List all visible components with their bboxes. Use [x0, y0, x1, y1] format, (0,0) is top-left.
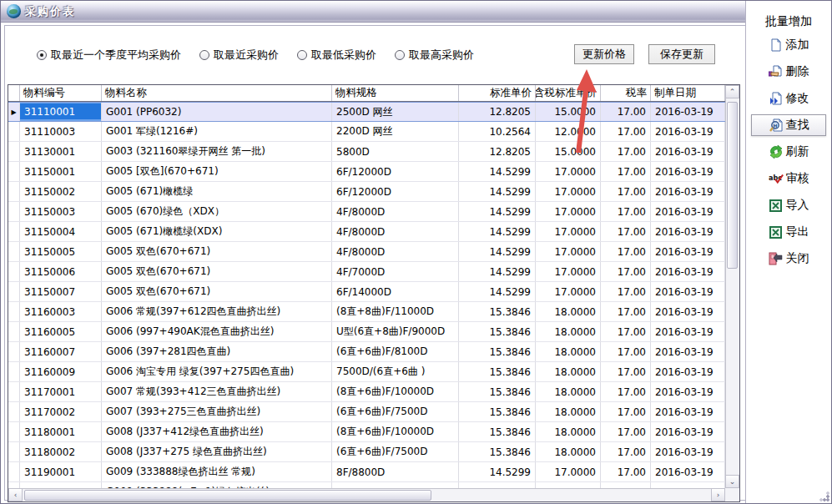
cell-tax-rate[interactable]: 17.00	[601, 482, 651, 488]
cell-taxed-price[interactable]: 15.0000	[536, 142, 601, 161]
cell-doc-date[interactable]: 2016-03-19	[651, 162, 725, 181]
cell-material-name[interactable]: G008 (J337+412绿色直曲挤出丝)	[102, 422, 332, 441]
cell-tax-rate[interactable]: 17.00	[601, 162, 651, 181]
table-row[interactable]: 31150007 G005 双色(670+671) 6F/14000D 14.5…	[8, 282, 725, 302]
cell-tax-rate[interactable]: 17.00	[601, 362, 651, 381]
cell-taxed-price[interactable]: 17.0000	[536, 182, 601, 201]
col-taxed-price[interactable]: 含税标准单价	[536, 85, 601, 101]
col-material-spec[interactable]: 物料规格	[332, 85, 459, 101]
cell-material-name[interactable]: G006 常规(397+612四色直曲挤出丝)	[102, 302, 332, 321]
cell-doc-date[interactable]: 2016-03-19	[651, 282, 725, 301]
cell-material-spec[interactable]: (6直+6曲)F/8100D	[332, 342, 459, 361]
cell-material-code[interactable]: 31150003	[20, 202, 102, 221]
cell-doc-date[interactable]: 2016-03-19	[651, 103, 725, 121]
radio-highest-price[interactable]: 取最高采购价	[395, 48, 474, 63]
table-row[interactable]: 31110003 G001 军绿(1216#) 2200D 网丝 10.2564…	[8, 122, 725, 142]
cell-tax-rate[interactable]: 17.00	[601, 322, 651, 341]
cell-material-code[interactable]: 31160005	[20, 322, 102, 341]
sidebar-item-close[interactable]: 关闭	[751, 248, 826, 270]
cell-standard-price[interactable]: 14.5299	[459, 262, 536, 281]
cell-material-name[interactable]: G001 军绿(1216#)	[102, 122, 332, 141]
radio-latest-price[interactable]: 取最近采购价	[199, 48, 279, 63]
cell-doc-date[interactable]: 2016-03-19	[651, 262, 725, 281]
cell-material-code[interactable]: 31160003	[20, 302, 102, 321]
col-standard-price[interactable]: 标准单价	[459, 85, 536, 101]
cell-tax-rate[interactable]: 17.00	[601, 382, 651, 401]
cell-standard-price[interactable]: 12.8205	[459, 142, 536, 161]
horizontal-scrollbar[interactable]: ‹ ›	[8, 488, 725, 501]
cell-material-name[interactable]: G005 (670)绿色（XDX）	[102, 202, 332, 221]
cell-tax-rate[interactable]: 17.00	[601, 442, 651, 461]
cell-taxed-price[interactable]: 17.0000	[536, 262, 601, 281]
cell-material-name[interactable]: G005 双色(670+671)	[102, 242, 332, 261]
cell-tax-rate[interactable]: 17.00	[601, 462, 651, 481]
cell-material-name[interactable]: G005 (671)橄榄绿(XDX)	[102, 222, 332, 241]
cell-taxed-price[interactable]: 18.0000	[536, 382, 601, 401]
table-row[interactable]: 31150002 G005 (671)橄榄绿 6F/12000D 14.5299…	[8, 182, 725, 202]
table-row[interactable]: 31160009 G006 淘宝专用 绿复(397+275四色直曲) 7500D…	[8, 362, 725, 382]
cell-material-name[interactable]: G001 (PP6032)	[102, 103, 332, 121]
sidebar-item-refresh[interactable]: 刷新	[751, 141, 826, 163]
cell-tax-rate[interactable]: 17.00	[601, 262, 651, 281]
cell-material-spec[interactable]: 2500D 网丝	[332, 103, 459, 121]
cell-material-code[interactable]: 31110003	[20, 122, 102, 141]
resize-grip[interactable]	[819, 491, 829, 501]
cell-taxed-price[interactable]: 18.0000	[536, 342, 601, 361]
batch-add-label[interactable]: 批量增加	[746, 14, 831, 29]
cell-material-name[interactable]: G007 (393+275三色直曲挤出丝)	[102, 402, 332, 421]
cell-standard-price[interactable]: 15.3846	[459, 422, 536, 441]
cell-doc-date[interactable]: 2016-03-19	[651, 222, 725, 241]
table-row[interactable]: 31170002 G007 (393+275三色直曲挤出丝) (6直+6曲)F/…	[8, 402, 725, 422]
cell-doc-date[interactable]: 2016-03-19	[651, 202, 725, 221]
cell-taxed-price[interactable]: 18.0000	[536, 442, 601, 461]
cell-doc-date[interactable]: 2016-03-19	[651, 382, 725, 401]
cell-material-code[interactable]: 31190001	[20, 462, 102, 481]
sidebar-item-export[interactable]: 导出	[751, 221, 826, 243]
cell-material-code[interactable]: 31160009	[20, 362, 102, 381]
cell-material-spec[interactable]: U型(6直+8曲)F/9000D	[332, 322, 459, 341]
cell-doc-date[interactable]: 2016-03-19	[651, 322, 725, 341]
cell-tax-rate[interactable]: 17.00	[601, 182, 651, 201]
cell-tax-rate[interactable]: 17.00	[601, 402, 651, 421]
table-row[interactable]: 31150006 G005 双色(670+671) 4F/7000D 14.52…	[8, 262, 725, 282]
scroll-right-button[interactable]: ›	[711, 488, 725, 501]
cell-doc-date[interactable]: 2016-03-19	[651, 462, 725, 481]
cell-standard-price[interactable]: 14.5299	[459, 162, 536, 181]
cell-standard-price[interactable]: 14.5299	[459, 482, 536, 488]
cell-material-code[interactable]: 31130001	[20, 142, 102, 161]
table-row[interactable]: 31160003 G006 常规(397+612四色直曲挤出丝) (8直+8曲)…	[8, 302, 725, 322]
cell-material-spec[interactable]: (6直+6曲)F/7500D	[332, 402, 459, 421]
cell-tax-rate[interactable]: 17.00	[601, 222, 651, 241]
sidebar-item-modify[interactable]: 修改	[751, 88, 826, 109]
table-row[interactable]: ▶ 31110001 G001 (PP6032) 2500D 网丝 12.820…	[8, 102, 725, 122]
cell-material-spec[interactable]: 6F/12000D	[332, 182, 459, 201]
cell-material-code[interactable]: 31110001	[20, 103, 102, 121]
cell-material-code[interactable]: 31150007	[20, 282, 102, 301]
cell-doc-date[interactable]: 2016-03-19	[651, 302, 725, 321]
title-bar[interactable]: 采购价表 ✕	[1, 1, 831, 23]
cell-taxed-price[interactable]: 17.0000	[536, 222, 601, 241]
cell-standard-price[interactable]: 14.5299	[459, 242, 536, 261]
cell-taxed-price[interactable]: 18.0000	[536, 322, 601, 341]
col-material-name[interactable]: 物料名称	[102, 85, 332, 101]
cell-taxed-price[interactable]: 18.0000	[536, 362, 601, 381]
cell-material-name[interactable]: G008 (J337+275 绿色直曲挤出丝)	[102, 442, 332, 461]
vertical-scroll-thumb[interactable]	[727, 102, 738, 269]
cell-taxed-price[interactable]: 12.0000	[536, 122, 601, 141]
cell-taxed-price[interactable]: 18.0000	[536, 422, 601, 441]
cell-doc-date[interactable]: 2016-03-19	[651, 362, 725, 381]
cell-taxed-price[interactable]: 17.0000	[536, 462, 601, 481]
cell-material-spec[interactable]: (8直+6曲)F/10000D	[332, 382, 459, 401]
cell-standard-price[interactable]: 15.3846	[459, 442, 536, 461]
cell-taxed-price[interactable]: 17.0000	[536, 242, 601, 261]
col-material-code[interactable]: 物料编号	[20, 85, 102, 101]
cell-material-name[interactable]: G009 (333888绿色挤出丝 常规)	[102, 462, 332, 481]
cell-material-code[interactable]: 31150001	[20, 162, 102, 181]
cell-material-code[interactable]: 31150006	[20, 262, 102, 281]
cell-material-spec[interactable]: 2200D 网丝	[332, 122, 459, 141]
cell-material-name[interactable]: G005 [双色](670+671)	[102, 162, 332, 181]
sidebar-item-delete[interactable]: 删除	[751, 61, 826, 83]
cell-taxed-price[interactable]: 17.0000	[536, 162, 601, 181]
cell-doc-date[interactable]: 2016-03-19	[651, 182, 725, 201]
cell-tax-rate[interactable]: 17.00	[601, 422, 651, 441]
